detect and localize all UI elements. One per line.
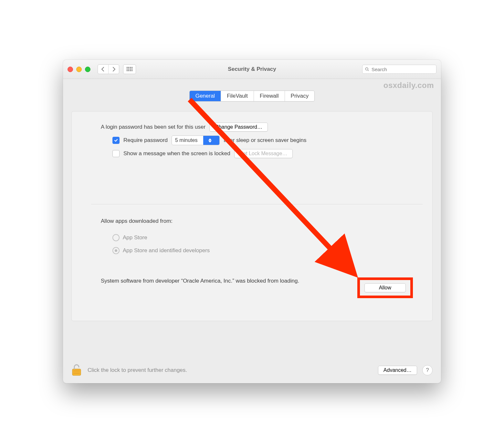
svg-rect-7 xyxy=(131,69,132,70)
svg-rect-10 xyxy=(130,70,131,71)
change-password-button[interactable]: Change Password… xyxy=(209,123,268,132)
svg-rect-0 xyxy=(127,67,128,68)
watermark: osxdaily.com xyxy=(383,81,434,90)
allow-button[interactable]: Allow xyxy=(364,283,406,292)
blocked-kext-row: System software from developer “Oracle A… xyxy=(101,277,413,298)
svg-rect-18 xyxy=(73,370,80,371)
tab-firewall[interactable]: Firewall xyxy=(254,91,285,101)
titlebar: Security & Privacy xyxy=(63,60,441,79)
svg-point-12 xyxy=(365,68,368,70)
grid-icon xyxy=(123,65,136,74)
radio-icon xyxy=(112,234,120,241)
show-lock-message-row: Show a message when the screen is locked… xyxy=(112,149,413,158)
svg-rect-5 xyxy=(128,69,129,70)
lock-note: Click the lock to prevent further change… xyxy=(88,367,187,373)
footer: Click the lock to prevent further change… xyxy=(63,361,441,383)
general-panel: A login password has been set for this u… xyxy=(71,111,433,321)
tab-general[interactable]: General xyxy=(190,91,221,101)
tab-privacy[interactable]: Privacy xyxy=(285,91,315,101)
allow-apps-label: Allow apps downloaded from: xyxy=(101,218,413,224)
show-lock-message-label: Show a message when the screen is locked xyxy=(123,150,230,157)
nav-back-forward xyxy=(98,64,119,74)
radio-app-store-identified[interactable]: App Store and identified developers xyxy=(112,247,413,254)
radio-app-store-label: App Store xyxy=(123,234,147,241)
stepper-icon xyxy=(203,136,219,145)
search-input[interactable] xyxy=(371,66,434,72)
svg-line-13 xyxy=(368,70,369,71)
help-button[interactable]: ? xyxy=(422,365,433,375)
svg-marker-14 xyxy=(208,138,212,140)
delay-value: 5 minutes xyxy=(172,137,203,143)
show-lock-message-checkbox[interactable] xyxy=(112,150,120,157)
search-field[interactable] xyxy=(362,65,436,74)
require-password-delay-select[interactable]: 5 minutes xyxy=(172,135,220,145)
lock-icon[interactable] xyxy=(71,363,82,377)
svg-rect-2 xyxy=(130,67,131,68)
close-button[interactable] xyxy=(68,67,73,72)
login-password-text: A login password has been set for this u… xyxy=(101,124,205,130)
svg-rect-1 xyxy=(128,67,129,68)
radio-icon xyxy=(112,247,120,254)
show-all-button[interactable] xyxy=(123,64,136,74)
radio-app-store[interactable]: App Store xyxy=(112,234,413,241)
svg-rect-9 xyxy=(128,70,129,71)
preferences-window: Security & Privacy osxdaily.com General … xyxy=(63,60,441,383)
advanced-button[interactable]: Advanced… xyxy=(378,366,417,375)
require-password-checkbox[interactable] xyxy=(112,137,120,144)
window-body: osxdaily.com General FileVault Firewall … xyxy=(63,79,441,361)
require-password-label: Require password xyxy=(123,137,168,144)
login-password-row: A login password has been set for this u… xyxy=(101,123,413,132)
divider xyxy=(91,204,423,204)
svg-rect-11 xyxy=(131,70,132,71)
minimize-button[interactable] xyxy=(76,67,82,72)
forward-button[interactable] xyxy=(108,65,119,74)
search-icon xyxy=(365,67,369,71)
tab-bar: General FileVault Firewall Privacy xyxy=(189,91,315,102)
radio-app-store-identified-label: App Store and identified developers xyxy=(123,247,210,254)
require-password-row: Require password 5 minutes after sleep o… xyxy=(112,135,413,145)
svg-rect-19 xyxy=(73,372,80,372)
svg-rect-6 xyxy=(130,69,131,70)
tab-filevault[interactable]: FileVault xyxy=(221,91,254,101)
after-sleep-text: after sleep or screen saver begins xyxy=(224,137,306,144)
set-lock-message-button: Set Lock Message… xyxy=(234,149,293,158)
annotation-highlight: Allow xyxy=(357,277,413,298)
svg-rect-4 xyxy=(127,69,128,70)
blocked-kext-text: System software from developer “Oracle A… xyxy=(101,277,299,285)
svg-rect-3 xyxy=(131,67,132,68)
zoom-button[interactable] xyxy=(85,67,90,72)
svg-marker-15 xyxy=(208,141,212,143)
back-button[interactable] xyxy=(98,65,108,74)
svg-rect-8 xyxy=(127,70,128,71)
svg-rect-20 xyxy=(73,373,80,374)
